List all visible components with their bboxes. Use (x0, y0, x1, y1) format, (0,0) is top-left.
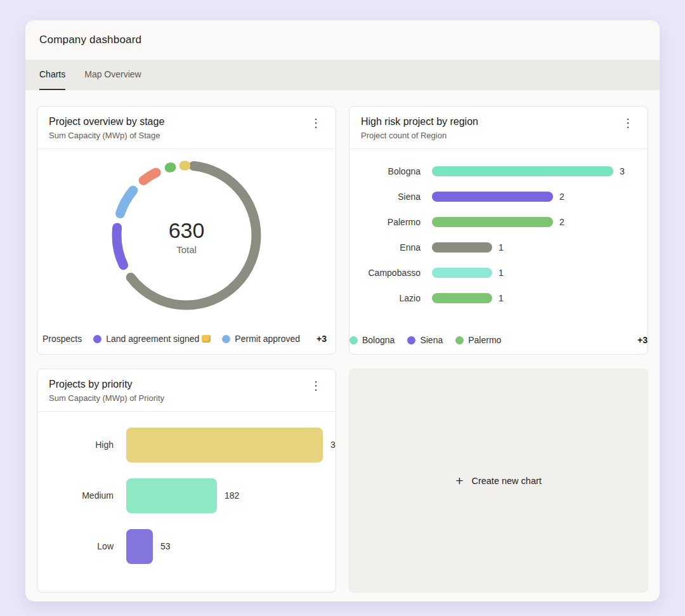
legend-item-permit-approved: Permit approved (222, 334, 300, 344)
legend-label: Siena (420, 335, 443, 345)
bar (432, 192, 553, 202)
bar-row: Lazio 1 (349, 285, 648, 311)
bar-label: Low (37, 541, 114, 551)
page-title: Company dashboard (39, 34, 141, 46)
priority-chart-area: High 395 Medium 182 Low 53 (37, 412, 336, 592)
bar-row: Enna 1 (349, 235, 648, 260)
legend-dot (407, 336, 415, 344)
card-header: High risk project by region Project coun… (349, 107, 648, 149)
region-bar-chart: Bologna 3 Siena 2 Palermo 2 (349, 149, 648, 311)
legend-item-bologna: Bologna (349, 335, 395, 345)
bar-row: Bologna 3 (349, 159, 648, 184)
legend-item-prospects: Prospects (42, 334, 82, 344)
dashboard-window: Company dashboard Charts Map Overview Pr… (25, 20, 660, 601)
legend-dot (349, 336, 358, 344)
bar-row: Medium 182 (37, 470, 336, 521)
bar (432, 217, 553, 227)
tab-bar: Charts Map Overview (25, 60, 660, 90)
kebab-menu-icon[interactable]: ⋮ (306, 379, 325, 393)
bar (432, 166, 613, 176)
app-header: Company dashboard (25, 20, 660, 60)
card-subtitle: Sum Capacity (MWp) of Stage (49, 131, 164, 140)
donut-chart-area: 630 Total Prospects Land agreement signe… (37, 149, 336, 354)
bar (432, 242, 492, 252)
kebab-menu-icon[interactable]: ⋮ (306, 116, 325, 130)
bar (126, 428, 323, 462)
donut-svg (107, 156, 266, 315)
region-legend: Bologna Siena Palermo +3 (349, 335, 648, 345)
create-new-chart-card[interactable]: + Create new chart (349, 369, 648, 593)
bar-row: High 395 (37, 419, 336, 470)
bar (126, 478, 217, 513)
legend-label: Land agreement signed (106, 334, 199, 344)
bar (126, 529, 153, 564)
create-new-chart-label: Create new chart (471, 476, 541, 486)
handshake-emoji (202, 335, 211, 343)
bar-label: Palermo (349, 217, 421, 227)
kebab-menu-icon[interactable]: ⋮ (618, 116, 637, 130)
bar-value: 182 (225, 490, 239, 501)
dashboard-grid: Project overview by stage Sum Capacity (… (25, 90, 660, 601)
bar-value: 2 (559, 192, 564, 202)
plus-icon: + (455, 474, 463, 487)
bar (432, 293, 492, 303)
bar-value: 1 (499, 268, 504, 278)
bar-row: Siena 2 (349, 184, 648, 209)
donut-legend: Prospects Land agreement signed Permit a… (42, 334, 327, 344)
bar-value: 395 (330, 440, 336, 450)
legend-more-badge[interactable]: +3 (316, 334, 327, 344)
card-project-overview-by-stage: Project overview by stage Sum Capacity (… (37, 106, 336, 355)
bar-label: Bologna (349, 166, 421, 176)
bar-label: Campobasso (349, 268, 421, 278)
card-projects-by-priority: Projects by priority Sum Capacity (MWp) … (37, 369, 336, 593)
legend-item-siena: Siena (407, 335, 443, 345)
bar-label: High (37, 440, 114, 450)
bar-row: Campobasso 1 (349, 260, 648, 285)
card-title: Projects by priority (49, 379, 164, 390)
bar-label: Medium (37, 490, 114, 501)
bar-value: 3 (620, 166, 625, 176)
legend-more-badge[interactable]: +3 (637, 335, 648, 345)
card-header: Projects by priority Sum Capacity (MWp) … (37, 369, 336, 412)
legend-dot (222, 335, 230, 343)
donut-segment (117, 166, 256, 305)
bar-label: Lazio (349, 293, 421, 303)
bar-value: 1 (499, 293, 504, 303)
legend-label: Permit approved (235, 334, 300, 344)
card-title: Project overview by stage (49, 116, 164, 128)
bar-label: Siena (349, 192, 421, 202)
tab-map-overview[interactable]: Map Overview (84, 60, 141, 90)
bar-value: 1 (499, 242, 504, 252)
legend-dot (93, 335, 101, 343)
tab-charts[interactable]: Charts (39, 60, 65, 90)
bar-row: Palermo 2 (349, 209, 648, 235)
bar-label: Enna (349, 242, 421, 252)
priority-bar-chart: High 395 Medium 182 Low 53 (37, 412, 336, 572)
bar (432, 268, 492, 278)
legend-item-palermo: Palermo (455, 335, 501, 345)
legend-label: Palermo (468, 335, 501, 345)
card-title: High risk project by region (361, 116, 478, 128)
legend-label: Prospects (42, 334, 82, 344)
bar-value: 2 (559, 217, 564, 227)
card-header: Project overview by stage Sum Capacity (… (37, 107, 336, 149)
region-chart-area: Bologna 3 Siena 2 Palermo 2 (349, 149, 648, 354)
card-subtitle: Sum Capacity (MWp) of Priority (49, 393, 164, 403)
bar-row: Low 53 (37, 521, 336, 572)
legend-item-land-agreement-signed: Land agreement signed (93, 334, 211, 344)
legend-dot (455, 336, 464, 344)
card-high-risk-project-by-region: High risk project by region Project coun… (349, 106, 648, 355)
donut-chart: 630 Total (107, 156, 266, 317)
bar-value: 53 (160, 541, 171, 551)
card-subtitle: Project count of Region (361, 131, 478, 140)
legend-label: Bologna (362, 335, 395, 345)
